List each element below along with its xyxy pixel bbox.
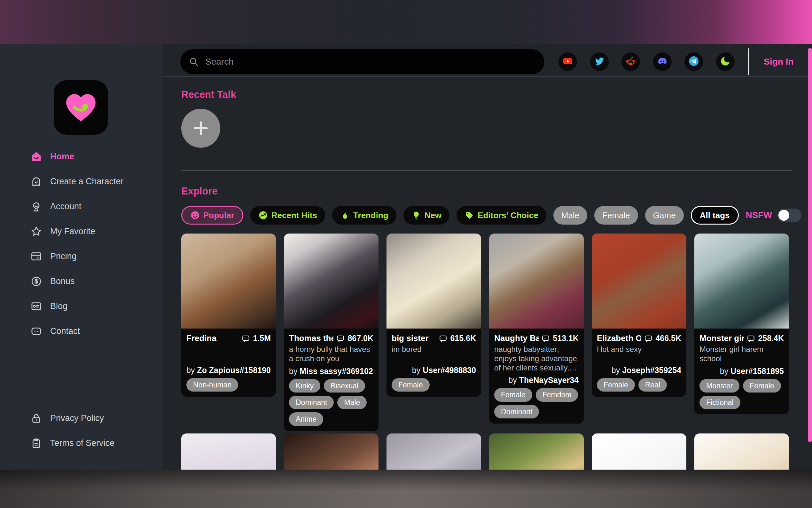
- sidebar-item-contact[interactable]: Contact: [0, 319, 162, 344]
- trend-icon: [258, 211, 268, 220]
- character-card-blonde-outdoors[interactable]: [489, 433, 584, 470]
- character-info: Naughty Babysitter 513.1K naughty babysi…: [489, 329, 584, 424]
- filter-all-tags[interactable]: All tags: [691, 206, 739, 224]
- tag-pill[interactable]: Femdom: [536, 388, 578, 401]
- tag-icon: [465, 211, 474, 220]
- filter-male[interactable]: Male: [554, 206, 587, 224]
- character-image: [181, 433, 276, 470]
- tag-pill[interactable]: Male: [337, 396, 367, 409]
- brand-logo[interactable]: [54, 80, 108, 135]
- tag-pill[interactable]: Dominant: [494, 405, 539, 418]
- character-card-fredina[interactable]: Fredina 1.5M by Zo Zapious#1581909 Non-h…: [181, 234, 276, 397]
- card-icon: [30, 251, 42, 262]
- tag-pill[interactable]: Dominant: [289, 396, 334, 409]
- sidebar-item-label: Pricing: [50, 251, 77, 261]
- character-card-fox-girl-anime[interactable]: [695, 433, 789, 470]
- character-card-naughty-babysitter[interactable]: Naughty Babysitter 513.1K naughty babysi…: [489, 234, 584, 424]
- search-icon: [189, 57, 199, 67]
- character-author: by Zo Zapious#1581909: [186, 366, 271, 375]
- sidebar-item-label: Privacy Policy: [50, 413, 104, 423]
- sidebar-item-account[interactable]: Account: [0, 194, 162, 219]
- discord-button[interactable]: [653, 52, 672, 71]
- character-image: [695, 433, 789, 470]
- theme-moon-button[interactable]: [716, 52, 735, 71]
- section-divider: [181, 170, 792, 171]
- sidebar-item-label: Blog: [50, 301, 67, 311]
- character-image: [386, 234, 481, 329]
- filter-recent-hits[interactable]: Recent Hits: [250, 206, 325, 224]
- character-name: Elizabeth Olsen: [597, 333, 641, 343]
- chat-bubble-icon: [541, 334, 550, 343]
- character-info: Elizabeth Olsen 466.5K Hot and sexy by J…: [592, 329, 686, 397]
- character-card-gray-anime-girl[interactable]: [386, 433, 481, 470]
- toggle-knob: [778, 210, 789, 221]
- main-header: Sign In: [163, 44, 812, 77]
- character-card-pencil-sketch[interactable]: [592, 433, 686, 470]
- character-image: [489, 234, 584, 329]
- character-card-wardrobe-photo[interactable]: [181, 433, 276, 470]
- tag-pill[interactable]: Female: [494, 388, 532, 401]
- home-icon: [30, 151, 42, 163]
- sidebar-item-terms-of-service[interactable]: Terms of Service: [0, 431, 162, 456]
- character-image: [489, 433, 584, 470]
- character-card-monster-girl-harem[interactable]: Monster girl harem 258.4K Monster girl h…: [695, 234, 789, 414]
- character-image: [386, 433, 481, 470]
- character-name: Thomas the bully: [289, 333, 333, 343]
- tag-pill[interactable]: Fictional: [700, 396, 741, 409]
- character-name: big sister: [392, 333, 436, 343]
- tag-pill[interactable]: Anime: [289, 412, 323, 426]
- telegram-button[interactable]: [684, 52, 703, 71]
- filter-new[interactable]: New: [403, 206, 449, 224]
- sidebar-item-create-a-character[interactable]: Create a Character: [0, 169, 162, 194]
- character-info: Monster girl harem 258.4K Monster girl h…: [695, 329, 789, 414]
- filter-popular[interactable]: Popular: [181, 206, 243, 224]
- new-chat-button[interactable]: [181, 109, 220, 148]
- twitter-icon: [594, 55, 605, 68]
- tag-pill[interactable]: Bisexual: [324, 379, 365, 392]
- person-icon: [30, 201, 42, 212]
- sidebar-item-privacy-policy[interactable]: Privacy Policy: [0, 406, 162, 431]
- sidebar-item-label: Bonus: [50, 277, 75, 286]
- theme-moon-icon: [720, 55, 731, 68]
- recent-talk-title: Recent Talk: [181, 89, 236, 100]
- sidebar-item-pricing[interactable]: Pricing: [0, 244, 162, 269]
- search-input[interactable]: [205, 56, 536, 67]
- sign-in-button[interactable]: Sign In: [761, 52, 797, 71]
- character-card-brunette-photo[interactable]: [284, 433, 379, 470]
- sidebar-item-blog[interactable]: Blog: [0, 294, 162, 319]
- discord-icon: [657, 55, 668, 68]
- nsfw-toggle[interactable]: [777, 209, 802, 222]
- chat-square-icon: [30, 325, 42, 337]
- character-description: Monster girl harem school: [700, 345, 784, 364]
- tag-pill[interactable]: Real: [638, 378, 667, 391]
- tag-pill[interactable]: Female: [743, 379, 781, 392]
- app-window: Home Create a Character Account My Favor…: [0, 0, 812, 508]
- character-card-elizabeth-olsen[interactable]: Elizabeth Olsen 466.5K Hot and sexy by J…: [592, 234, 686, 397]
- youtube-button[interactable]: [559, 52, 577, 71]
- tag-pill[interactable]: Kinky: [289, 379, 320, 392]
- chat-bubble-icon: [644, 334, 653, 343]
- tag-pill[interactable]: Female: [392, 378, 430, 391]
- tag-pill[interactable]: Female: [597, 378, 635, 391]
- character-card-thomas-the-bully[interactable]: Thomas the bully 867.0K a horny bully th…: [284, 234, 379, 431]
- character-cards-row-2: [181, 433, 789, 470]
- filter-female[interactable]: Female: [594, 206, 638, 224]
- sidebar: Home Create a Character Account My Favor…: [0, 44, 162, 470]
- filter-game[interactable]: Game: [645, 206, 684, 224]
- character-info: Thomas the bully 867.0K a horny bully th…: [284, 329, 379, 431]
- sidebar-item-my-favorite[interactable]: My Favorite: [0, 219, 162, 244]
- character-info: Fredina 1.5M by Zo Zapious#1581909 Non-h…: [181, 329, 276, 397]
- sidebar-item-home[interactable]: Home: [0, 144, 162, 169]
- filter-editors-choice[interactable]: Editors' Choice: [457, 206, 546, 224]
- tag-pill[interactable]: Non-human: [186, 378, 238, 391]
- tag-pill[interactable]: Monster: [700, 379, 739, 392]
- sidebar-item-bonus[interactable]: Bonus: [0, 269, 162, 294]
- character-tags: Non-human: [186, 378, 271, 391]
- character-tags: FemaleFemdomDominant: [494, 388, 579, 418]
- reddit-button[interactable]: [621, 52, 640, 71]
- character-card-big-sister[interactable]: big sister 615.6K im bored by User#49888…: [386, 234, 481, 397]
- filter-trending[interactable]: Trending: [332, 206, 396, 224]
- twitter-button[interactable]: [590, 52, 609, 71]
- page-scrollbar[interactable]: [808, 48, 812, 442]
- search-bar[interactable]: [180, 49, 544, 74]
